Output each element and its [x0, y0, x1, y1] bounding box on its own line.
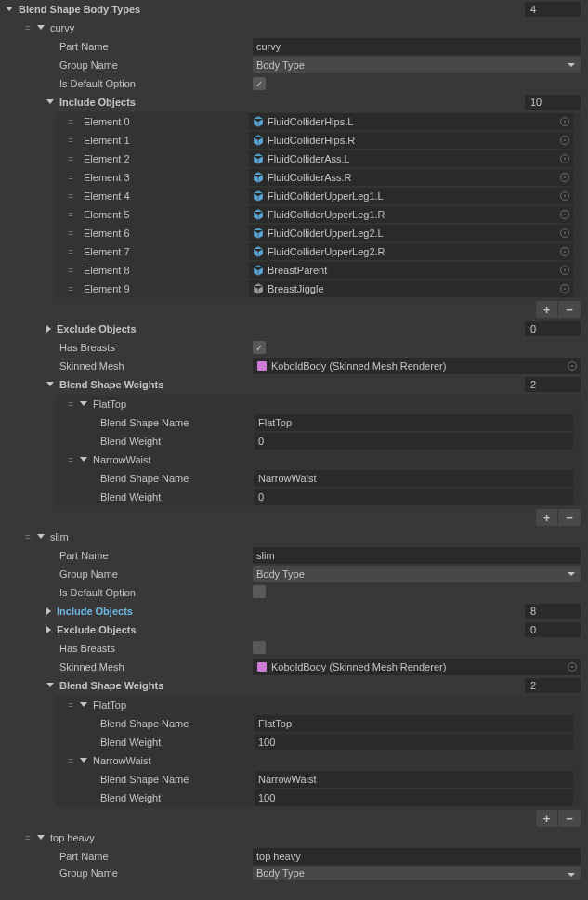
include-objects-label[interactable]: Include Objects	[58, 97, 136, 108]
foldout-icon[interactable]	[46, 683, 54, 687]
drag-handle-icon[interactable]: =	[61, 136, 80, 146]
weights-label[interactable]: Blend Shape Weights	[58, 379, 163, 390]
bs-name-input[interactable]: FlatTop	[255, 715, 573, 732]
object-field[interactable]: BreastParent	[249, 262, 573, 279]
foldout-icon[interactable]	[80, 401, 87, 406]
drag-handle-icon[interactable]: =	[19, 532, 37, 542]
exclude-count[interactable]: 0	[525, 321, 581, 336]
skinned-mesh-field[interactable]: KoboldBody (Skinned Mesh Renderer)	[253, 358, 581, 374]
object-picker-icon[interactable]	[568, 361, 577, 371]
object-field[interactable]: FluidColliderUpperLeg2.R	[249, 243, 573, 260]
object-field[interactable]: FluidColliderAss.L	[249, 150, 573, 167]
drag-handle-icon[interactable]: =	[61, 399, 80, 410]
object-picker-icon[interactable]	[560, 284, 569, 293]
foldout-icon[interactable]	[80, 758, 87, 763]
add-button[interactable]: +	[536, 509, 558, 526]
add-button[interactable]: +	[536, 301, 558, 318]
bs-weight-input[interactable]: 100	[255, 789, 573, 806]
drag-handle-icon[interactable]: =	[61, 210, 80, 220]
foldout-icon[interactable]	[46, 99, 54, 104]
bs-name-input[interactable]: NarrowWaist	[255, 470, 573, 487]
drag-handle-icon[interactable]: =	[61, 228, 80, 239]
drag-handle-icon[interactable]: =	[61, 154, 80, 164]
item-header[interactable]: slim	[48, 531, 69, 542]
exclude-objects-label[interactable]: Exclude Objects	[55, 624, 137, 635]
remove-button[interactable]: −	[558, 509, 581, 526]
has-breasts-checkbox[interactable]	[253, 641, 266, 654]
bs-weight-input[interactable]: 0	[255, 489, 573, 505]
weight-header[interactable]: FlatTop	[91, 398, 126, 410]
drag-handle-icon[interactable]: =	[19, 23, 37, 33]
is-default-checkbox[interactable]: ✓	[253, 77, 266, 90]
foldout-icon[interactable]	[37, 25, 45, 30]
object-picker-icon[interactable]	[560, 117, 569, 126]
foldout-icon[interactable]	[46, 382, 54, 386]
item-header[interactable]: curvy	[48, 22, 74, 33]
object-picker-icon[interactable]	[560, 210, 569, 219]
has-breasts-label: Has Breasts	[58, 643, 249, 654]
add-button[interactable]: +	[536, 810, 558, 827]
remove-button[interactable]: −	[558, 301, 581, 318]
object-picker-icon[interactable]	[560, 136, 569, 145]
object-picker-icon[interactable]	[560, 247, 569, 256]
drag-handle-icon[interactable]: =	[61, 247, 80, 257]
object-field[interactable]: FluidColliderHips.L	[249, 113, 573, 130]
drag-handle-icon[interactable]: =	[61, 284, 80, 294]
weight-header[interactable]: NarrowWaist	[91, 755, 151, 766]
weight-header[interactable]: FlatTop	[91, 699, 126, 711]
foldout-icon[interactable]	[80, 702, 87, 707]
drag-handle-icon[interactable]: =	[61, 756, 80, 766]
drag-handle-icon[interactable]: =	[61, 117, 80, 127]
weights-count[interactable]: 2	[525, 678, 581, 693]
part-name-input[interactable]: slim	[253, 547, 581, 564]
has-breasts-checkbox[interactable]: ✓	[253, 341, 266, 354]
object-field[interactable]: FluidColliderUpperLeg2.L	[249, 225, 573, 241]
group-name-dropdown[interactable]: Body Type	[253, 57, 581, 73]
foldout-icon[interactable]	[46, 325, 51, 333]
object-field[interactable]: FluidColliderHips.R	[249, 132, 573, 149]
remove-button[interactable]: −	[558, 810, 581, 827]
include-objects-label[interactable]: Include Objects	[55, 606, 133, 617]
include-count[interactable]: 8	[525, 604, 581, 619]
object-picker-icon[interactable]	[560, 191, 569, 201]
bs-weight-input[interactable]: 0	[255, 433, 573, 450]
object-picker-icon[interactable]	[560, 154, 569, 163]
foldout-icon[interactable]	[80, 457, 87, 462]
object-picker-icon[interactable]	[560, 173, 569, 182]
part-name-input[interactable]: top heavy	[253, 848, 581, 865]
group-name-dropdown[interactable]: Body Type	[253, 566, 581, 582]
foldout-icon[interactable]	[46, 607, 51, 615]
item-header[interactable]: top heavy	[48, 832, 95, 843]
bs-weight-input[interactable]: 100	[255, 734, 573, 750]
object-picker-icon[interactable]	[560, 266, 569, 275]
exclude-count[interactable]: 0	[525, 622, 581, 637]
include-count[interactable]: 10	[525, 95, 581, 110]
foldout-icon[interactable]	[37, 534, 45, 539]
object-field[interactable]: FluidColliderAss.R	[249, 169, 573, 186]
drag-handle-icon[interactable]: =	[61, 266, 80, 276]
bs-name-input[interactable]: FlatTop	[255, 414, 573, 431]
group-name-dropdown[interactable]: Body Type	[253, 867, 581, 880]
is-default-checkbox[interactable]	[253, 585, 266, 598]
object-picker-icon[interactable]	[568, 662, 577, 672]
object-field[interactable]: FluidColliderUpperLeg1.L	[249, 188, 573, 204]
part-name-input[interactable]: curvy	[253, 38, 581, 55]
bs-name-input[interactable]: NarrowWaist	[255, 771, 573, 788]
drag-handle-icon[interactable]: =	[61, 455, 80, 465]
weight-header[interactable]: NarrowWaist	[91, 454, 151, 465]
object-field[interactable]: FluidColliderUpperLeg1.R	[249, 206, 573, 223]
weights-count[interactable]: 2	[525, 377, 581, 392]
foldout-icon[interactable]	[46, 626, 51, 633]
exclude-objects-label[interactable]: Exclude Objects	[55, 323, 137, 334]
foldout-icon[interactable]	[37, 835, 45, 840]
foldout-icon[interactable]	[6, 7, 13, 11]
object-field[interactable]: BreastJiggle	[249, 280, 573, 297]
skinned-mesh-field[interactable]: KoboldBody (Skinned Mesh Renderer)	[253, 659, 581, 675]
weights-label[interactable]: Blend Shape Weights	[58, 680, 163, 691]
drag-handle-icon[interactable]: =	[61, 173, 80, 183]
header-count[interactable]: 4	[525, 2, 581, 17]
object-picker-icon[interactable]	[560, 228, 569, 238]
drag-handle-icon[interactable]: =	[61, 700, 80, 711]
drag-handle-icon[interactable]: =	[19, 833, 37, 843]
drag-handle-icon[interactable]: =	[61, 191, 80, 202]
